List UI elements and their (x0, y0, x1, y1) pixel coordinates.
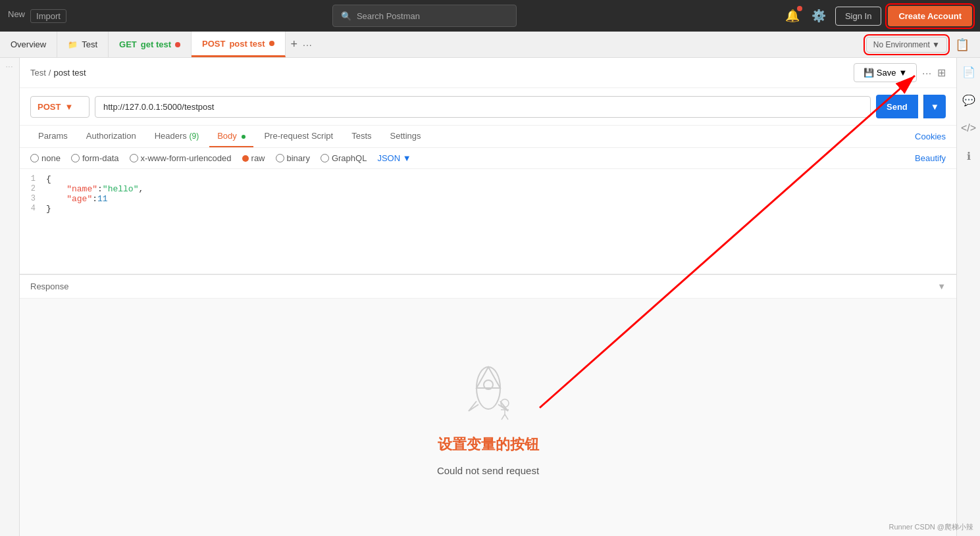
notification-badge (797, 6, 802, 11)
top-bar: New Import 🔍 Search Postman 🔔 ⚙️ Sign In… (0, 0, 980, 32)
save-dropdown-icon: ▼ (898, 68, 907, 78)
tab-pre-request[interactable]: Pre-request Script (256, 126, 341, 147)
req-tab-right: Cookies (915, 132, 946, 141)
code-line-1: 1 { (20, 174, 956, 184)
tab-bar-right: No Environment ▼ 📋 (858, 32, 980, 57)
breadcrumb: Test / post test (30, 68, 86, 78)
beautify-link[interactable]: Beautify (915, 153, 946, 163)
option-none[interactable]: none (30, 153, 61, 163)
response-area: Response ▼ (20, 274, 956, 536)
environment-selector[interactable]: No Environment ▼ (866, 37, 947, 53)
breadcrumb-sep: / (49, 68, 51, 78)
import-btn[interactable]: Import (30, 9, 66, 23)
response-chevron[interactable]: ▼ (937, 281, 946, 291)
sign-in-button[interactable]: Sign In (835, 7, 881, 26)
tab-tests[interactable]: Tests (344, 126, 379, 147)
method-selector[interactable]: POST ▼ (30, 96, 90, 118)
left-sidebar: ··· (0, 58, 20, 536)
search-icon: 🔍 (341, 11, 351, 21)
add-tab-button[interactable]: + (286, 32, 303, 57)
url-input[interactable] (95, 96, 871, 118)
raw-selected-dot (242, 155, 249, 162)
response-header: Response ▼ (20, 275, 956, 299)
code-line-2: 2 "name":"hello", (20, 184, 956, 194)
main-layout: ··· Test / post test 💾 Save ▼ ··· ⊞ (0, 58, 980, 536)
create-account-button[interactable]: Create Account (888, 6, 972, 26)
new-btn[interactable]: New (8, 9, 25, 23)
notifications-btn[interactable]: 🔔 (783, 6, 802, 26)
search-bar[interactable]: 🔍 Search Postman (332, 5, 517, 27)
svg-line-5 (502, 414, 505, 420)
body-active-dot (242, 135, 245, 139)
tab-params[interactable]: Params (30, 126, 76, 147)
search-placeholder: Search Postman (357, 11, 420, 21)
top-bar-right: 🔔 ⚙️ Sign In Create Account (783, 6, 972, 26)
option-form-data[interactable]: form-data (71, 153, 119, 163)
get-method-label: GET (119, 39, 137, 49)
tab-test[interactable]: 📁 Test (57, 32, 109, 57)
post-method-label: POST (202, 39, 225, 49)
tab-headers[interactable]: Headers (9) (147, 126, 207, 147)
body-options-right: Beautify (915, 153, 946, 163)
post-tab-label: post test (229, 39, 265, 49)
save-icon: 💾 (864, 68, 874, 78)
option-urlencoded[interactable]: x-www-form-urlencoded (130, 153, 232, 163)
send-dropdown-button[interactable]: ▼ (923, 95, 946, 118)
save-button[interactable]: 💾 Save ▼ (854, 63, 917, 82)
breadcrumb-parent: Test (30, 68, 46, 78)
option-raw[interactable]: raw (242, 153, 265, 163)
svg-line-6 (505, 414, 508, 420)
option-graphql[interactable]: GraphQL (321, 153, 367, 163)
response-body: 设置变量的按钮 Could not send request (20, 299, 956, 536)
request-header: Test / post test 💾 Save ▼ ··· ⊞ (20, 58, 956, 88)
sidebar-info-icon[interactable]: ℹ (964, 147, 973, 165)
more-tabs-button[interactable]: ··· (303, 32, 313, 57)
sidebar-code-icon[interactable]: </> (958, 120, 979, 137)
annotation-text: 设置变量的按钮 (438, 435, 539, 454)
method-label: POST (38, 102, 61, 112)
tab-authorization[interactable]: Authorization (78, 126, 144, 147)
tab-overview[interactable]: Overview (0, 32, 57, 57)
code-line-4: 4 } (20, 204, 956, 214)
headers-count-badge: (9) (189, 132, 199, 141)
more-actions-button[interactable]: ··· (922, 68, 932, 78)
sidebar-dots: ··· (6, 63, 13, 70)
option-binary[interactable]: binary (276, 153, 310, 163)
tab-post-test[interactable]: POST post test (192, 32, 286, 57)
tab-get-test[interactable]: GET get test (109, 32, 192, 57)
send-button[interactable]: Send (876, 95, 918, 118)
tab-test-label: Test (82, 39, 97, 49)
sidebar-comment-icon[interactable]: 💬 (960, 91, 978, 109)
top-bar-left: New Import (8, 9, 66, 23)
code-editor[interactable]: 1 { 2 "name":"hello", 3 "age":11 4 } (20, 169, 956, 274)
tab-bar: Overview 📁 Test GET get test POST post t… (0, 32, 980, 58)
req-header-right: 💾 Save ▼ ··· ⊞ (854, 63, 946, 82)
request-tabs: Params Authorization Headers (9) Body Pr… (20, 126, 956, 148)
settings-btn[interactable]: ⚙️ (809, 6, 829, 26)
get-tab-label: get test (141, 39, 171, 49)
tab-body[interactable]: Body (209, 126, 253, 147)
tab-overview-label: Overview (11, 39, 46, 49)
sidebar-doc-icon[interactable]: 📄 (960, 63, 978, 81)
tab-settings[interactable]: Settings (382, 126, 429, 147)
env-chevron-icon: ▼ (932, 40, 940, 49)
env-icon-button[interactable]: 📋 (952, 35, 972, 55)
format-dropdown-icon: ▼ (403, 153, 411, 163)
layout-toggle-button[interactable]: ⊞ (937, 66, 946, 79)
code-line-3: 3 "age":11 (20, 194, 956, 204)
body-options: none form-data x-www-form-urlencoded raw… (20, 148, 956, 169)
method-dropdown-icon: ▼ (64, 102, 73, 112)
rocket-container (449, 358, 528, 424)
top-bar-center: 🔍 Search Postman (74, 5, 775, 27)
breadcrumb-current: post test (53, 68, 86, 78)
watermark: Runner CSDN @爬梯小辣 (889, 522, 973, 532)
content-area: Test / post test 💾 Save ▼ ··· ⊞ POST ▼ (20, 58, 956, 536)
cookies-link[interactable]: Cookies (915, 132, 946, 141)
response-label: Response (30, 281, 69, 291)
no-env-label: No Environment (873, 40, 930, 49)
format-selector[interactable]: JSON ▼ (377, 153, 411, 163)
rocket-svg (449, 358, 528, 424)
get-tab-dot (175, 42, 180, 47)
could-not-send-text: Could not send request (437, 465, 539, 476)
url-bar: POST ▼ Send ▼ (20, 88, 956, 126)
